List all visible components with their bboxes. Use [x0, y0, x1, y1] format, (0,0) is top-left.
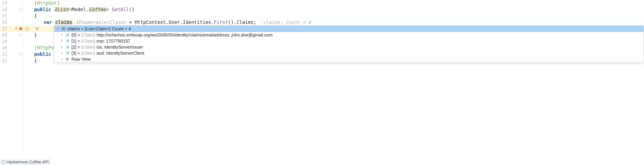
chevron-right-icon[interactable]: [60, 52, 64, 54]
keyword: public: [34, 7, 54, 12]
attribute: [HttpGet]: [34, 1, 60, 6]
gutter-row[interactable]: 13: [0, 0, 24, 7]
svg-rect-9: [67, 34, 69, 34]
line-number: 19: [0, 39, 8, 44]
svg-text:3: 3: [66, 54, 67, 55]
chevron-right-icon[interactable]: [60, 58, 64, 60]
type: IList: [54, 7, 69, 12]
gutter-row[interactable]: 19: [0, 38, 24, 45]
method-name: GetAll: [112, 7, 129, 12]
popup-item-text: [1] = {Claim} exp: 1707780337: [72, 39, 642, 43]
project-name: Hackernoon.Coffee.API: [6, 160, 49, 164]
gutter-row[interactable]: 18: [0, 32, 24, 38]
svg-rect-17: [67, 42, 69, 42]
line-number: 21: [0, 52, 8, 56]
raw-view-label: Raw View: [72, 57, 642, 61]
gutter-row-current[interactable]: 17: [0, 26, 24, 32]
popup-header-text: claims = {List<Claim>} Count = 4: [68, 27, 642, 31]
gutter-row[interactable]: 22: [0, 58, 24, 64]
gutter-row[interactable]: 16: [0, 19, 24, 26]
chevron-right-icon[interactable]: [60, 34, 64, 36]
list-item-icon: 123: [65, 33, 70, 37]
fold-icon[interactable]: [19, 52, 23, 56]
svg-rect-29: [67, 54, 69, 54]
gutter-row[interactable]: 21: [0, 51, 24, 58]
fold-icon[interactable]: [19, 8, 23, 12]
line-number: 22: [0, 59, 8, 63]
code-line[interactable]: var claims :IEnumerable<Claim> = HttpCon…: [24, 19, 644, 26]
code-line[interactable]: [HttpGet]: [24, 0, 644, 7]
popup-item-row[interactable]: 123 [3] = {Claim} aud: IdentityServerCli…: [54, 50, 644, 56]
svg-rect-21: [67, 46, 69, 46]
inline-debug-value: claims: Count = 4: [263, 20, 311, 25]
svg-rect-11: [67, 36, 69, 36]
line-number: 16: [0, 20, 8, 25]
code-line[interactable]: public IList < Model . Coffee > GetAll (…: [24, 7, 644, 13]
gutter-row[interactable]: 15: [0, 13, 24, 19]
gutter-row[interactable]: 20: [0, 45, 24, 51]
svg-text:3: 3: [66, 36, 67, 37]
svg-rect-28: [67, 53, 69, 53]
line-number: 20: [0, 46, 8, 50]
line-number: 14: [0, 8, 8, 12]
window-icon: [2, 161, 5, 163]
svg-rect-22: [67, 47, 69, 47]
grid-icon: [61, 26, 66, 31]
inlay-type-hint: :IEnumerable<Claim>: [72, 20, 126, 25]
svg-rect-15: [67, 40, 69, 40]
chevron-right-icon[interactable]: [60, 40, 64, 42]
code-line[interactable]: {: [24, 13, 644, 19]
svg-rect-4: [38, 28, 38, 30]
svg-rect-5: [62, 27, 65, 30]
popup-header-row[interactable]: claims = {List<Claim>} Count = 4: [54, 26, 644, 32]
svg-rect-16: [67, 41, 69, 41]
text-lines-icon: [65, 57, 70, 62]
line-number: 15: [0, 14, 8, 18]
list-item-icon: 123: [65, 39, 70, 43]
gutter-row[interactable]: 14: [0, 7, 24, 13]
svg-text:3: 3: [66, 48, 67, 49]
debug-inspect-popup[interactable]: claims = {List<Claim>} Count = 4 123 [0]…: [54, 26, 644, 62]
code-area[interactable]: [HttpGet] public IList < Model . Coffee …: [24, 0, 644, 165]
popup-item-text: [2] = {Claim} iss: IdentityServerIssuer: [72, 45, 642, 49]
popup-item-text: [0] = {Claim} http://schemas.xmlsoap.org…: [72, 33, 642, 37]
line-number: 17: [0, 27, 8, 31]
project-tab[interactable]: Hackernoon.Coffee.API: [0, 159, 51, 165]
svg-rect-27: [67, 52, 69, 52]
svg-text:3: 3: [66, 42, 67, 43]
popup-raw-view-row[interactable]: Raw View: [54, 56, 644, 62]
type: Coffee: [88, 7, 106, 12]
fold-end-icon[interactable]: [19, 33, 23, 37]
popup-item-row[interactable]: 123 [1] = {Claim} exp: 1707780337: [54, 38, 644, 44]
list-item-icon: 123: [65, 51, 70, 55]
chevron-right-icon[interactable]: [60, 46, 64, 48]
popup-item-row[interactable]: 123 [2] = {Claim} iss: IdentityServerIss…: [54, 44, 644, 50]
popup-item-row[interactable]: 123 [0] = {Claim} http://schemas.xmlsoap…: [54, 32, 644, 38]
chevron-down-icon[interactable]: [56, 27, 59, 30]
line-number: 13: [0, 1, 8, 5]
list-item-icon: 123: [65, 45, 70, 49]
line-number: 18: [0, 33, 8, 37]
svg-rect-23: [67, 48, 69, 48]
breakpoint-icon[interactable]: [19, 27, 23, 31]
code-editor: 13 14 15 16 17: [0, 0, 644, 165]
variable-claims: claims: [55, 20, 72, 25]
gutter: 13 14 15 16 17: [0, 0, 24, 165]
svg-rect-10: [67, 35, 69, 35]
svg-point-1: [19, 27, 22, 30]
execution-pointer-icon: [15, 27, 18, 30]
popup-item-text: [3] = {Claim} aud: IdentityServerClient: [72, 51, 642, 55]
